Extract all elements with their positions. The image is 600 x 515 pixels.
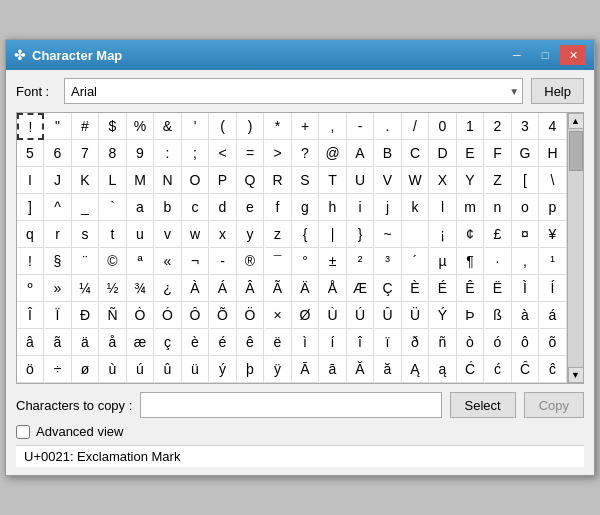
font-select[interactable]: Arial — [64, 78, 523, 104]
char-cell[interactable]: Ú — [347, 302, 374, 329]
char-cell[interactable]: o — [512, 194, 539, 221]
char-cell[interactable]: Ð — [72, 302, 99, 329]
char-cell[interactable]: ć — [485, 356, 512, 383]
char-cell[interactable]: 1 — [457, 113, 484, 140]
char-cell[interactable]: n — [485, 194, 512, 221]
char-cell[interactable]: é — [210, 329, 237, 356]
copy-input[interactable] — [140, 392, 441, 418]
char-cell[interactable]: î — [347, 329, 374, 356]
char-cell[interactable]: 4 — [540, 113, 567, 140]
char-cell[interactable]: ¤ — [512, 221, 539, 248]
char-cell[interactable]: ÷ — [45, 356, 72, 383]
char-cell[interactable]: · — [485, 248, 512, 275]
char-cell[interactable]: e — [237, 194, 264, 221]
char-cell[interactable]: ï — [375, 329, 402, 356]
char-cell[interactable]: ð — [402, 329, 429, 356]
char-cell[interactable]: h — [320, 194, 347, 221]
char-cell[interactable]: ç — [155, 329, 182, 356]
maximize-button[interactable]: □ — [532, 45, 558, 65]
char-cell[interactable]: - — [210, 248, 237, 275]
char-cell[interactable]: + — [292, 113, 319, 140]
char-cell[interactable]: Æ — [347, 275, 374, 302]
char-cell[interactable]: Ó — [155, 302, 182, 329]
char-cell[interactable]: ü — [182, 356, 209, 383]
char-cell[interactable]: Ö — [237, 302, 264, 329]
char-cell[interactable]: $ — [100, 113, 127, 140]
char-cell[interactable]: ú — [127, 356, 154, 383]
char-cell[interactable]: v — [155, 221, 182, 248]
char-cell[interactable]: = — [237, 140, 264, 167]
char-cell[interactable]: [ — [512, 167, 539, 194]
char-cell[interactable]: ² — [347, 248, 374, 275]
char-cell[interactable]: Ĉ — [512, 356, 539, 383]
char-cell[interactable]: ë — [265, 329, 292, 356]
char-cell[interactable]: H — [540, 140, 567, 167]
char-cell[interactable]: Ä — [292, 275, 319, 302]
char-cell[interactable]: ă — [375, 356, 402, 383]
char-cell[interactable]: Î — [17, 302, 44, 329]
char-cell[interactable]: Ë — [485, 275, 512, 302]
char-cell[interactable]: I — [17, 167, 44, 194]
char-cell[interactable]: Þ — [457, 302, 484, 329]
char-cell[interactable]: × — [265, 302, 292, 329]
scroll-up-button[interactable]: ▲ — [568, 113, 584, 129]
char-cell[interactable]: ] — [17, 194, 44, 221]
char-cell[interactable]: Ã — [265, 275, 292, 302]
char-cell[interactable]: 7 — [72, 140, 99, 167]
minimize-button[interactable]: ─ — [504, 45, 530, 65]
char-cell[interactable]: S — [292, 167, 319, 194]
char-cell[interactable]: m — [457, 194, 484, 221]
char-cell[interactable]: ö — [17, 356, 44, 383]
char-cell[interactable]: , — [512, 248, 539, 275]
char-cell[interactable]: ' — [182, 113, 209, 140]
char-cell[interactable]: b — [155, 194, 182, 221]
char-cell[interactable]: ą — [430, 356, 457, 383]
char-cell[interactable]: Ý — [430, 302, 457, 329]
char-cell[interactable]: ¾ — [127, 275, 154, 302]
char-cell[interactable]: M — [127, 167, 154, 194]
char-cell[interactable]: x — [210, 221, 237, 248]
char-cell[interactable]: í — [320, 329, 347, 356]
char-cell[interactable]: W — [402, 167, 429, 194]
char-cell[interactable]: p — [540, 194, 567, 221]
char-cell[interactable]: ì — [292, 329, 319, 356]
char-cell[interactable]: Ì — [512, 275, 539, 302]
char-cell[interactable]: ¼ — [72, 275, 99, 302]
char-cell[interactable]: ¹ — [540, 248, 567, 275]
char-cell[interactable]: i — [347, 194, 374, 221]
char-cell[interactable]: 9 — [127, 140, 154, 167]
char-cell[interactable]: r — [45, 221, 72, 248]
char-cell[interactable]: ô — [512, 329, 539, 356]
char-cell[interactable]: « — [155, 248, 182, 275]
char-cell[interactable]: y — [237, 221, 264, 248]
select-button[interactable]: Select — [450, 392, 516, 418]
char-cell[interactable]: º — [17, 275, 44, 302]
char-cell[interactable]: Õ — [210, 302, 237, 329]
char-cell[interactable]: Ü — [402, 302, 429, 329]
char-cell[interactable]: ó — [485, 329, 512, 356]
char-cell[interactable]: ñ — [430, 329, 457, 356]
scroll-down-button[interactable]: ▼ — [568, 367, 584, 383]
char-cell[interactable]: ® — [237, 248, 264, 275]
char-cell[interactable]: Ñ — [100, 302, 127, 329]
char-cell[interactable]: ! — [17, 113, 44, 140]
char-cell[interactable]: À — [182, 275, 209, 302]
char-cell[interactable]: æ — [127, 329, 154, 356]
char-cell[interactable]: # — [72, 113, 99, 140]
char-cell[interactable]: @ — [320, 140, 347, 167]
char-cell[interactable]: Ą — [402, 356, 429, 383]
char-cell[interactable]: K — [72, 167, 99, 194]
char-cell[interactable]: ) — [237, 113, 264, 140]
char-cell[interactable]: Â — [237, 275, 264, 302]
char-cell[interactable]: à — [512, 302, 539, 329]
char-cell[interactable]: ( — [210, 113, 237, 140]
char-cell[interactable]: G — [512, 140, 539, 167]
char-cell[interactable]: * — [265, 113, 292, 140]
char-cell[interactable]: ` — [100, 194, 127, 221]
char-cell[interactable]: © — [100, 248, 127, 275]
char-cell[interactable]: ê — [237, 329, 264, 356]
char-cell[interactable]: â — [17, 329, 44, 356]
char-cell[interactable]: z — [265, 221, 292, 248]
char-cell[interactable]: Y — [457, 167, 484, 194]
char-cell[interactable]: ³ — [375, 248, 402, 275]
